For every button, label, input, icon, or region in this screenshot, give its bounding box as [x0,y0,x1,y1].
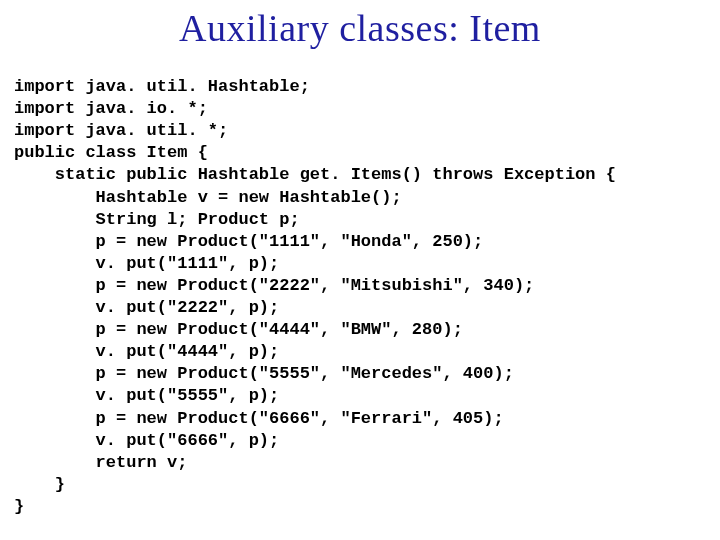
code-line: public class Item { [14,143,208,162]
code-line: v. put("4444", p); [14,342,279,361]
code-line: import java. util. *; [14,121,228,140]
code-line: } [14,475,65,494]
code-line: } [14,497,24,516]
code-line: p = new Product("6666", "Ferrari", 405); [14,409,504,428]
code-line: static public Hashtable get. Items() thr… [14,165,616,184]
code-line: p = new Product("4444", "BMW", 280); [14,320,463,339]
code-line: String l; Product p; [14,210,300,229]
code-line: import java. io. *; [14,99,208,118]
code-line: v. put("2222", p); [14,298,279,317]
code-line: Hashtable v = new Hashtable(); [14,188,402,207]
code-line: p = new Product("5555", "Mercedes", 400)… [14,364,514,383]
code-block: import java. util. Hashtable; import jav… [0,54,720,518]
code-line: p = new Product("1111", "Honda", 250); [14,232,483,251]
code-line: v. put("1111", p); [14,254,279,273]
code-line: v. put("5555", p); [14,386,279,405]
code-line: return v; [14,453,187,472]
code-line: v. put("6666", p); [14,431,279,450]
slide-title: Auxiliary classes: Item [0,0,720,54]
code-line: import java. util. Hashtable; [14,77,310,96]
code-line: p = new Product("2222", "Mitsubishi", 34… [14,276,534,295]
